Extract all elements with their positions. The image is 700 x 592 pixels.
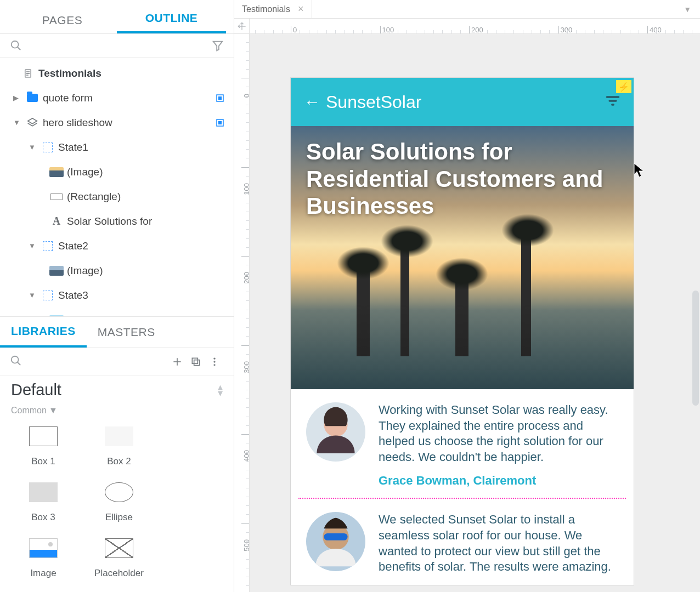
app-header: ← SunsetSolar [291,78,634,126]
outline-page-root[interactable]: Testimonials [0,61,234,86]
testimonial-text: We selected Sunset Solar to install a se… [379,512,618,574]
box-icon [29,426,58,446]
page-icon [21,69,35,78]
testimonial-text: Working with Sunset Solar was really eas… [379,402,618,465]
outline-item-image-3[interactable]: (Image) [0,308,234,316]
folder-icon [25,94,39,102]
svg-rect-32 [324,533,347,540]
document-tabs: Testimonials × ▼ [234,0,700,19]
outline-search-row [0,34,234,58]
widget-image[interactable]: Image [5,533,81,589]
testimonial-1: Working with Sunset Solar was really eas… [291,389,634,498]
tab-overflow-button[interactable]: ▼ [675,5,700,14]
svg-marker-9 [28,118,37,123]
outline-item-image-2[interactable]: (Image) [0,258,234,283]
horizontal-ruler[interactable]: 0100200300400500 [250,19,700,34]
avatar [306,512,365,571]
state-icon [41,241,55,251]
interactions-badge[interactable]: ⚡ [616,80,631,93]
chevron-up-down-icon: ▴▾ [218,384,223,396]
outline-root-label: Testimonials [38,67,234,79]
outline-item-rectangle[interactable]: (Rectangle) [0,184,234,209]
svg-point-20 [213,364,215,366]
canvas[interactable]: ⚡ ← SunsetSolar Solar Solutions for Resi… [250,34,700,592]
vertical-ruler[interactable]: 0100200300400500600 [234,34,250,592]
image-thumb-icon [49,167,64,177]
hero-image: Solar Solutions for Residential Customer… [291,126,634,389]
state-icon [41,143,55,152]
scrollbar-thumb[interactable] [692,291,699,406]
library-toolbar [0,348,234,375]
more-options-button[interactable] [205,352,224,371]
widget-box-2[interactable]: Box 2 [81,421,157,477]
box-icon [105,426,133,446]
close-icon[interactable]: × [298,3,304,15]
svg-marker-2 [213,42,223,51]
add-library-button[interactable] [168,352,187,371]
hero-title: Solar Solutions for Residential Customer… [291,126,634,232]
brand-title: SunsetSolar [326,92,421,112]
image-thumb-icon [49,266,64,276]
document-tab[interactable]: Testimonials × [234,0,312,18]
svg-point-19 [213,361,215,362]
artboard[interactable]: ⚡ ← SunsetSolar Solar Solutions for Resi… [291,78,634,585]
image-icon [29,538,58,558]
svg-rect-17 [192,358,197,363]
svg-rect-11 [219,121,222,124]
outline-item-quote-form[interactable]: ▶ quote form [0,86,234,110]
state-icon [41,291,55,300]
tab-pages[interactable]: PAGES [8,5,117,33]
ellipse-icon [105,482,133,502]
tab-outline[interactable]: OUTLINE [117,3,226,33]
svg-point-0 [12,41,19,48]
expand-toggle[interactable]: ▼ [29,291,38,299]
box-icon [29,482,58,502]
placeholder-icon [105,538,133,558]
outline-item-text[interactable]: A Solar Solutions for [0,209,234,234]
widget-placeholder[interactable]: Placeholder [81,533,157,589]
outline-tree: Testimonials ▶ quote form ▼ hero slidesh… [0,58,234,316]
tab-masters[interactable]: MASTERS [87,318,166,346]
tab-libraries[interactable]: LIBRARIES [0,317,87,348]
back-arrow-icon[interactable]: ← [304,93,320,111]
library-name: Default [11,381,61,399]
library-group-header[interactable]: Common▼ [0,401,234,418]
filter-icon[interactable] [212,39,224,52]
outline-item-state3[interactable]: ▼ State3 [0,283,234,308]
expand-toggle[interactable]: ▼ [29,242,38,250]
note-badge[interactable] [214,117,226,129]
search-icon[interactable] [10,39,22,52]
outline-item-state2[interactable]: ▼ State2 [0,234,234,258]
note-badge[interactable] [214,92,226,104]
svg-rect-16 [194,360,200,365]
expand-toggle[interactable]: ▶ [13,94,23,102]
widget-grid: Box 1 Box 2 Box 3 Ellipse Image Placehol… [0,418,234,592]
library-tabs: LIBRARIES MASTERS [0,316,234,348]
ruler-origin[interactable] [234,19,250,34]
panel-tabs: PAGES OUTLINE [0,0,234,34]
layers-icon [25,117,39,128]
widget-box-3[interactable]: Box 3 [5,477,81,533]
widget-ellipse[interactable]: Ellipse [81,477,157,533]
widget-box-1[interactable]: Box 1 [5,421,81,477]
expand-toggle[interactable]: ▼ [29,143,38,151]
svg-point-18 [213,357,215,359]
duplicate-button[interactable] [187,352,205,371]
document-tab-label: Testimonials [242,4,290,14]
canvas-area: Testimonials × ▼ 0100200300400500 010020… [234,0,700,592]
svg-line-13 [18,362,21,365]
svg-rect-8 [219,96,222,99]
svg-point-12 [12,356,19,363]
rectangle-icon [49,193,64,200]
outline-item-hero-slideshow[interactable]: ▼ hero slideshow [0,110,234,135]
avatar [306,402,365,462]
library-select[interactable]: Default ▴▾ [0,375,234,401]
outline-item-image-1[interactable]: (Image) [0,160,234,184]
filter-lines-icon[interactable] [605,93,620,111]
cursor-icon [634,163,645,178]
search-icon[interactable] [10,355,22,369]
outline-item-state1[interactable]: ▼ State1 [0,135,234,160]
expand-toggle[interactable]: ▼ [13,118,23,127]
left-panel: PAGES OUTLINE Testimonials ▶ quote form … [0,0,234,592]
text-icon: A [49,215,64,227]
